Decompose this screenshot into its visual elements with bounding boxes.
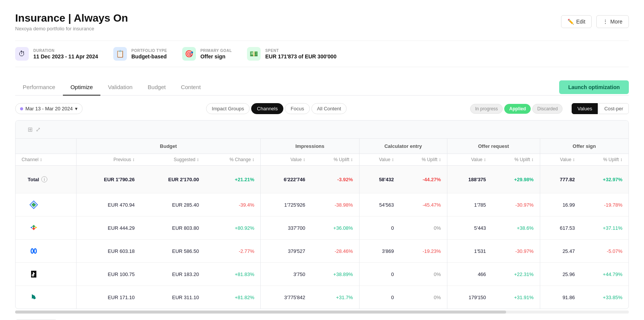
budget-suggested-1: EUR 803.80 <box>141 216 205 240</box>
budget-change-3: +81.83% <box>205 263 261 286</box>
calc-entry-header: Calculator entry <box>359 139 447 154</box>
budget-previous-1: EUR 444.29 <box>76 216 141 240</box>
budget-previous-3: EUR 100.75 <box>76 263 141 286</box>
offer-req-value-subheader[interactable]: Value ↕ <box>447 154 492 166</box>
calc-uplift-3: 0% <box>400 263 447 286</box>
chevron-down-icon: ▾ <box>75 106 78 111</box>
tab-content[interactable]: Content <box>173 79 208 96</box>
status-discarded[interactable]: Discarded <box>532 104 563 114</box>
filter-focus[interactable]: Focus <box>285 103 309 114</box>
calc-uplift-1: 0% <box>400 216 447 240</box>
total-offer-req-uplift: +29.98% <box>492 166 540 193</box>
offer-req-uplift-4: +31.91% <box>492 286 540 309</box>
pct-change-subheader[interactable]: % Change ↕ <box>205 154 261 166</box>
calc-uplift-subheader[interactable]: % Uplift ↕ <box>400 154 447 166</box>
filter-impact-groups[interactable]: Impact Groups <box>206 103 250 114</box>
view-values[interactable]: Values <box>572 103 598 114</box>
channel-icon-bing <box>28 291 40 303</box>
impressions-value-subheader[interactable]: Value ↕ <box>261 154 311 166</box>
status-applied[interactable]: Applied <box>504 104 531 114</box>
offer-req-value-0: 1'785 <box>447 193 492 216</box>
portfolio-icon: 📋 <box>113 47 127 61</box>
impressions-uplift-1: +36.08% <box>311 216 359 240</box>
toolbar: Mar 13 - Mar 20 2024 ▾ Impact Groups Cha… <box>15 103 629 114</box>
impressions-header: Impressions <box>261 139 359 154</box>
offer-sign-uplift-0: -19.78% <box>581 193 628 216</box>
budget-previous-4: EUR 171.10 <box>76 286 141 309</box>
table-row: EUR 444.29 EUR 803.80 +80.92% 337'700 +3… <box>16 216 628 240</box>
filter-all-content[interactable]: All Content <box>311 103 347 114</box>
offer-sign-uplift-subheader[interactable]: % Uplift ↕ <box>581 154 628 166</box>
columns-icon[interactable]: ⊞ <box>28 126 33 133</box>
offer-sign-value-0: 16.99 <box>540 193 581 216</box>
meta-bar: ⏱ DURATION 11 Dec 2023 - 11 Apr 2024 📋 P… <box>15 41 629 67</box>
tab-performance[interactable]: Performance <box>15 79 63 96</box>
impressions-value-3: 3'750 <box>261 263 311 286</box>
status-pills: In progress Applied Discarded <box>470 104 563 114</box>
offer-sign-uplift-4: +33.85% <box>581 286 628 309</box>
total-budget-change: +21.21% <box>205 166 261 193</box>
channel-icon-dv360 <box>28 199 40 211</box>
offer-sign-uplift-2: -5.07% <box>581 240 628 263</box>
meta-portfolio-type: 📋 PORTFOLIO TYPE Budget-based <box>113 47 167 61</box>
offer-req-uplift-subheader[interactable]: % Uplift ↕ <box>492 154 540 166</box>
impressions-uplift-2: -28.46% <box>311 240 359 263</box>
tab-budget[interactable]: Budget <box>140 79 174 96</box>
view-cost-per[interactable]: Cost-per <box>599 103 629 114</box>
calc-value-subheader[interactable]: Value ↕ <box>359 154 400 166</box>
offer-req-value-3: 466 <box>447 263 492 286</box>
tab-optimize[interactable]: Optimize <box>63 79 100 96</box>
meta-spent: 💵 SPENT EUR 171'873 of EUR 300'000 <box>247 47 336 61</box>
impressions-value-4: 3'775'842 <box>261 286 311 309</box>
total-budget-suggested: EUR 2'170.00 <box>141 166 205 193</box>
total-info-icon[interactable]: i <box>41 176 47 182</box>
offer-sign-value-1: 617.53 <box>540 216 581 240</box>
svg-point-4 <box>34 249 36 253</box>
channel-icon-google <box>28 222 40 234</box>
date-range-picker[interactable]: Mar 13 - Mar 20 2024 ▾ <box>15 103 83 114</box>
offer-sign-value-subheader[interactable]: Value ↕ <box>540 154 581 166</box>
offer-req-value-1: 5'443 <box>447 216 492 240</box>
tab-validation[interactable]: Validation <box>100 79 140 96</box>
budget-suggested-3: EUR 183.20 <box>141 263 205 286</box>
budget-previous-0: EUR 470.94 <box>76 193 141 216</box>
budget-suggested-2: EUR 586.50 <box>141 240 205 263</box>
total-impressions-value: 6'222'746 <box>261 166 311 193</box>
launch-optimization-button[interactable]: Launch optimization <box>559 80 629 94</box>
status-in-progress[interactable]: In progress <box>470 104 503 114</box>
offer-req-uplift-3: +22.31% <box>492 263 540 286</box>
impressions-uplift-subheader[interactable]: % Uplift ↕ <box>311 154 359 166</box>
impressions-uplift-3: +38.89% <box>311 263 359 286</box>
impressions-value-2: 379'527 <box>261 240 311 263</box>
tabs-bar: Performance Optimize Validation Budget C… <box>15 79 629 96</box>
table-row: EUR 100.75 EUR 183.20 +81.83% 3'750 +38.… <box>16 263 628 286</box>
total-offer-sign-uplift: +32.97% <box>581 166 628 193</box>
filter-tabs: Impact Groups Channels Focus All Content <box>206 103 347 114</box>
budget-previous-2: EUR 603.18 <box>76 240 141 263</box>
channel-subheader[interactable]: Channel ↕ <box>16 154 76 166</box>
calc-value-3: 0 <box>359 263 400 286</box>
filter-channels[interactable]: Channels <box>251 103 283 114</box>
view-toggle: Values Cost-per <box>572 103 629 114</box>
expand-icon[interactable]: ⤢ <box>36 126 41 133</box>
impressions-uplift-0: -38.98% <box>311 193 359 216</box>
total-calc-uplift: -44.27% <box>400 166 447 193</box>
duration-icon: ⏱ <box>15 47 29 61</box>
offer-req-value-2: 1'531 <box>447 240 492 263</box>
edit-button[interactable]: ✏️ Edit <box>561 15 592 28</box>
table-row: EUR 603.18 EUR 586.50 -2.77% 379'527 -28… <box>16 240 628 263</box>
horizontal-scrollbar[interactable] <box>15 311 629 314</box>
table-row: EUR 470.94 EUR 285.40 -39.4% 1'725'926 -… <box>16 193 628 216</box>
total-row: Total i EUR 1'790.26 EUR 2'170.00 +21.21… <box>16 166 628 193</box>
budget-change-2: -2.77% <box>205 240 261 263</box>
total-offer-sign-value: 777.82 <box>540 166 581 193</box>
data-table: ⊞ ⤢ Budget Impressions Calculator entry … <box>15 120 629 309</box>
offer-sign-value-4: 91.86 <box>540 286 581 309</box>
goal-icon: 🎯 <box>182 47 196 61</box>
calc-value-0: 54'563 <box>359 193 400 216</box>
budget-change-4: +81.82% <box>205 286 261 309</box>
page-subtitle: Nexoya demo portfolio for insurance <box>15 26 128 31</box>
previous-subheader[interactable]: Previous ↕ <box>76 154 141 166</box>
suggested-subheader[interactable]: Suggested ↕ <box>141 154 205 166</box>
more-button[interactable]: ⋮ More <box>596 15 629 28</box>
